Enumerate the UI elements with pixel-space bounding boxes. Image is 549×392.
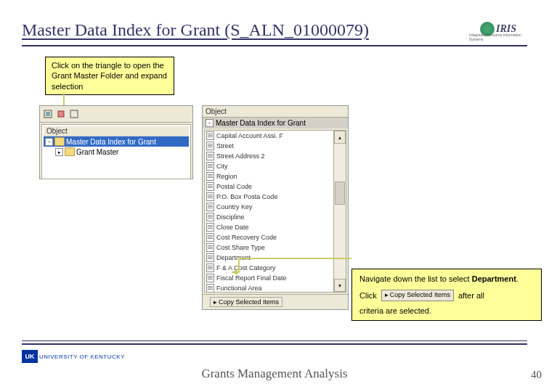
uk-logo-text: UNIVERSITY OF KENTUCKY <box>39 354 125 360</box>
page-icon <box>206 233 214 242</box>
list-panel-footer: ▸ Copy Selected Items <box>203 294 348 309</box>
slide-title: Master Data Index for Grant (S_ALN_01000… <box>22 20 369 40</box>
list-item[interactable]: Functional Area <box>205 283 333 293</box>
title-underline <box>22 45 527 46</box>
page-icon <box>206 172 214 181</box>
svg-rect-2 <box>58 111 64 117</box>
copy-selected-items-button[interactable]: ▸ Copy Selected Items <box>210 297 282 307</box>
callout-navigate-instruction: Navigate down the list to select Departm… <box>351 269 542 321</box>
toolbar-icon-2[interactable] <box>56 109 66 119</box>
page-icon <box>206 274 214 282</box>
tree-area: Object − Master Data Index for Grant ▸ G… <box>41 124 191 179</box>
toolbar-icon-1[interactable] <box>43 109 53 119</box>
tree-toolbar <box>40 106 192 123</box>
arrow-right-icon: ▸ <box>214 298 217 306</box>
list-title-text: Master Data Index for Grant <box>216 119 306 127</box>
page-icon <box>206 203 214 211</box>
scroll-thumb[interactable] <box>335 181 345 205</box>
page-icon <box>206 182 214 191</box>
page-icon <box>206 284 214 293</box>
embedded-copy-button: ▸ Copy Selected Items <box>381 290 454 301</box>
collapse-icon[interactable]: − <box>45 138 53 146</box>
tree-column-header: Object <box>44 126 189 136</box>
list-item[interactable]: Capital Account Assi. F <box>205 131 333 141</box>
list-panel: Object − Master Data Index for Grant Cap… <box>202 105 349 310</box>
page-icon <box>206 253 214 262</box>
footer-divider <box>22 340 527 345</box>
svg-rect-1 <box>46 112 50 116</box>
copy-btn-label: Copy Selected Items <box>219 298 279 306</box>
page-number: 40 <box>531 369 542 381</box>
callout2-line2: Click ▸ Copy Selected Items after all <box>359 290 534 301</box>
callout-expand-instruction: Click on the triangle to open the Grant … <box>45 57 174 95</box>
list-item[interactable]: Postal Code <box>205 181 333 192</box>
tree-label: Master Data Index for Grant <box>66 138 156 146</box>
callout-arrow-left <box>232 276 351 277</box>
page-icon <box>206 223 214 232</box>
scroll-up-button[interactable]: ▲ <box>334 131 346 144</box>
scroll-down-button[interactable]: ▼ <box>334 279 346 292</box>
list-item[interactable]: P.O. Box Posta Code <box>205 192 333 202</box>
page-icon <box>206 192 214 201</box>
footer-title: Grants Management Analysis <box>0 367 549 381</box>
callout2-line1: Navigate down the list to select Departm… <box>359 274 534 284</box>
list-item[interactable]: City <box>205 161 333 171</box>
iris-logo: IRIS Integrated Resource Information Sys… <box>469 16 527 41</box>
page-icon <box>206 264 214 272</box>
page-icon <box>206 243 214 252</box>
svg-marker-4 <box>232 269 237 275</box>
tree-label: Grant Master <box>76 148 118 156</box>
list-item[interactable]: Street <box>205 141 333 151</box>
list-item[interactable]: Street Address 2 <box>205 151 333 161</box>
folder-icon <box>54 137 65 146</box>
arrow-right-icon: ▸ <box>385 291 389 300</box>
list-item[interactable]: Close Date <box>205 222 333 232</box>
svg-rect-3 <box>70 110 78 118</box>
uk-logo-box: UK <box>22 350 38 363</box>
list-item[interactable]: Country Key <box>205 202 333 212</box>
expand-icon[interactable]: ▸ <box>55 148 63 156</box>
tree-row-master-data-index[interactable]: − Master Data Index for Grant <box>44 136 189 147</box>
page-icon <box>206 152 214 160</box>
page-icon <box>206 213 214 221</box>
collapse-icon[interactable]: − <box>206 119 214 127</box>
folder-icon <box>65 147 75 156</box>
iris-logo-subtitle: Integrated Resource Information Systems <box>469 33 527 41</box>
after-all-label: after all <box>458 290 484 301</box>
list-item[interactable]: Discipline <box>205 212 333 222</box>
uk-logo: UK UNIVERSITY OF KENTUCKY <box>22 350 125 363</box>
toolbar-icon-3[interactable] <box>69 109 79 119</box>
tree-panel: Object − Master Data Index for Grant ▸ G… <box>39 105 193 179</box>
click-label: Click <box>359 290 377 301</box>
list-item[interactable]: Cost Share Type <box>205 242 333 253</box>
page-icon <box>206 131 214 140</box>
list-item[interactable]: Region <box>205 171 333 181</box>
callout2-line3: criteria are selected. <box>359 306 534 316</box>
page-icon <box>206 162 214 171</box>
list-item[interactable]: Cost Recovery Code <box>205 232 333 242</box>
list-column-header: Object <box>203 106 348 118</box>
tree-row-grant-master[interactable]: ▸ Grant Master <box>44 147 189 157</box>
list-title-row: − Master Data Index for Grant <box>203 118 348 128</box>
page-icon <box>206 142 214 150</box>
